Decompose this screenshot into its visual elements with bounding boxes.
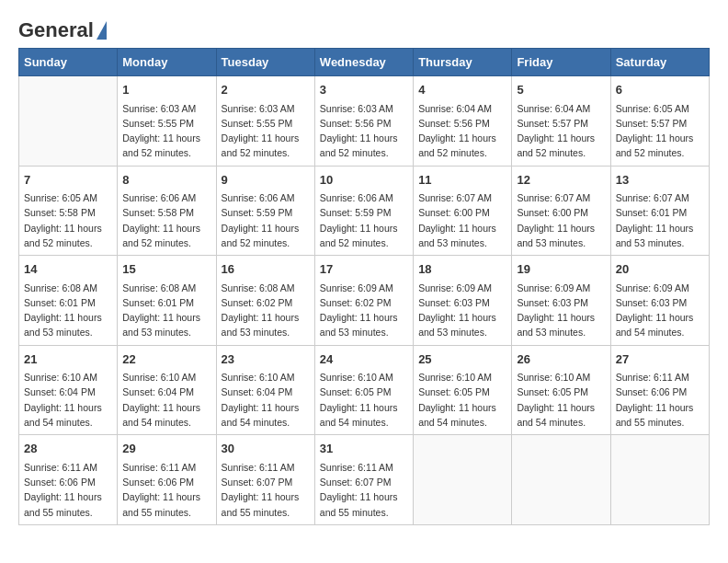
day-number: 20: [616, 260, 704, 279]
week-row-1: 1Sunrise: 6:03 AM Sunset: 5:55 PM Daylig…: [19, 76, 710, 167]
day-info: Sunrise: 6:07 AM Sunset: 6:00 PM Dayligh…: [418, 190, 506, 250]
day-info: Sunrise: 6:05 AM Sunset: 5:58 PM Dayligh…: [24, 190, 112, 250]
day-info: Sunrise: 6:09 AM Sunset: 6:03 PM Dayligh…: [418, 281, 506, 340]
day-info: Sunrise: 6:07 AM Sunset: 6:00 PM Dayligh…: [517, 190, 605, 250]
day-number: 25: [418, 350, 506, 369]
day-info: Sunrise: 6:11 AM Sunset: 6:06 PM Dayligh…: [122, 460, 210, 520]
day-number: 6: [616, 81, 704, 99]
header-day-thursday: Thursday: [414, 49, 512, 76]
calendar-cell: 17Sunrise: 6:09 AM Sunset: 6:02 PM Dayli…: [314, 256, 413, 346]
day-info: Sunrise: 6:04 AM Sunset: 5:56 PM Dayligh…: [418, 101, 506, 161]
day-number: 18: [418, 260, 506, 279]
calendar-cell: 1Sunrise: 6:03 AM Sunset: 5:55 PM Daylig…: [118, 76, 216, 167]
logo-general: General: [18, 18, 94, 42]
day-number: 7: [24, 171, 112, 190]
header-day-tuesday: Tuesday: [216, 49, 314, 76]
day-info: Sunrise: 6:09 AM Sunset: 6:03 PM Dayligh…: [616, 281, 704, 340]
calendar-cell: 6Sunrise: 6:05 AM Sunset: 5:57 PM Daylig…: [610, 76, 709, 167]
week-row-4: 21Sunrise: 6:10 AM Sunset: 6:04 PM Dayli…: [19, 345, 710, 435]
day-info: Sunrise: 6:11 AM Sunset: 6:07 PM Dayligh…: [320, 460, 408, 520]
calendar-cell: 22Sunrise: 6:10 AM Sunset: 6:04 PM Dayli…: [118, 345, 216, 435]
day-number: 13: [616, 171, 704, 190]
calendar-table: SundayMondayTuesdayWednesdayThursdayFrid…: [18, 48, 710, 525]
day-info: Sunrise: 6:10 AM Sunset: 6:04 PM Dayligh…: [122, 370, 210, 430]
calendar-cell: 29Sunrise: 6:11 AM Sunset: 6:06 PM Dayli…: [118, 435, 216, 525]
day-number: 19: [517, 260, 605, 279]
day-info: Sunrise: 6:08 AM Sunset: 6:01 PM Dayligh…: [122, 281, 210, 340]
day-info: Sunrise: 6:06 AM Sunset: 5:58 PM Dayligh…: [122, 190, 210, 250]
calendar-cell: [19, 76, 118, 167]
day-info: Sunrise: 6:03 AM Sunset: 5:55 PM Dayligh…: [222, 101, 310, 161]
calendar-cell: [512, 435, 610, 525]
day-number: 8: [122, 171, 210, 190]
day-info: Sunrise: 6:08 AM Sunset: 6:01 PM Dayligh…: [24, 281, 112, 340]
day-info: Sunrise: 6:09 AM Sunset: 6:02 PM Dayligh…: [320, 281, 408, 340]
day-info: Sunrise: 6:11 AM Sunset: 6:06 PM Dayligh…: [24, 460, 112, 520]
header-day-saturday: Saturday: [610, 49, 709, 76]
page-header: General: [18, 18, 710, 39]
day-info: Sunrise: 6:10 AM Sunset: 6:05 PM Dayligh…: [418, 370, 506, 430]
calendar-cell: 3Sunrise: 6:03 AM Sunset: 5:56 PM Daylig…: [314, 76, 413, 167]
day-info: Sunrise: 6:11 AM Sunset: 6:07 PM Dayligh…: [222, 460, 310, 520]
calendar-cell: 18Sunrise: 6:09 AM Sunset: 6:03 PM Dayli…: [414, 256, 512, 346]
calendar-cell: 16Sunrise: 6:08 AM Sunset: 6:02 PM Dayli…: [216, 256, 314, 346]
day-info: Sunrise: 6:08 AM Sunset: 6:02 PM Dayligh…: [222, 281, 310, 340]
day-info: Sunrise: 6:03 AM Sunset: 5:55 PM Dayligh…: [122, 101, 210, 161]
day-number: 16: [222, 260, 310, 279]
header-day-sunday: Sunday: [19, 49, 118, 76]
day-number: 4: [418, 81, 506, 99]
day-number: 2: [222, 81, 310, 99]
day-number: 28: [24, 440, 112, 458]
day-number: 17: [320, 260, 408, 279]
day-info: Sunrise: 6:04 AM Sunset: 5:57 PM Dayligh…: [517, 101, 605, 161]
day-number: 12: [517, 171, 605, 190]
calendar-cell: [414, 435, 512, 525]
calendar-cell: [610, 435, 709, 525]
day-number: 15: [122, 260, 210, 279]
day-info: Sunrise: 6:05 AM Sunset: 5:57 PM Dayligh…: [616, 101, 704, 161]
calendar-body: 1Sunrise: 6:03 AM Sunset: 5:55 PM Daylig…: [19, 76, 710, 525]
day-info: Sunrise: 6:09 AM Sunset: 6:03 PM Dayligh…: [517, 281, 605, 340]
calendar-cell: 10Sunrise: 6:06 AM Sunset: 5:59 PM Dayli…: [314, 166, 413, 256]
day-number: 21: [24, 350, 112, 369]
calendar-cell: 5Sunrise: 6:04 AM Sunset: 5:57 PM Daylig…: [512, 76, 610, 167]
logo-icon: [97, 21, 107, 40]
day-number: 10: [320, 171, 408, 190]
calendar-cell: 4Sunrise: 6:04 AM Sunset: 5:56 PM Daylig…: [414, 76, 512, 167]
day-info: Sunrise: 6:10 AM Sunset: 6:05 PM Dayligh…: [320, 370, 408, 430]
header-day-wednesday: Wednesday: [314, 49, 413, 76]
day-number: 23: [222, 350, 310, 369]
calendar-cell: 27Sunrise: 6:11 AM Sunset: 6:06 PM Dayli…: [610, 345, 709, 435]
calendar-cell: 26Sunrise: 6:10 AM Sunset: 6:05 PM Dayli…: [512, 345, 610, 435]
calendar-cell: 24Sunrise: 6:10 AM Sunset: 6:05 PM Dayli…: [314, 345, 413, 435]
calendar-cell: 14Sunrise: 6:08 AM Sunset: 6:01 PM Dayli…: [19, 256, 118, 346]
calendar-cell: 28Sunrise: 6:11 AM Sunset: 6:06 PM Dayli…: [19, 435, 118, 525]
day-number: 1: [122, 81, 210, 99]
calendar-cell: 12Sunrise: 6:07 AM Sunset: 6:00 PM Dayli…: [512, 166, 610, 256]
calendar-cell: 19Sunrise: 6:09 AM Sunset: 6:03 PM Dayli…: [512, 256, 610, 346]
calendar-header: SundayMondayTuesdayWednesdayThursdayFrid…: [19, 49, 710, 76]
calendar-cell: 23Sunrise: 6:10 AM Sunset: 6:04 PM Dayli…: [216, 345, 314, 435]
day-number: 5: [517, 81, 605, 99]
day-number: 14: [24, 260, 112, 279]
day-number: 27: [616, 350, 704, 369]
calendar-cell: 15Sunrise: 6:08 AM Sunset: 6:01 PM Dayli…: [118, 256, 216, 346]
day-info: Sunrise: 6:11 AM Sunset: 6:06 PM Dayligh…: [616, 370, 704, 430]
calendar-cell: 8Sunrise: 6:06 AM Sunset: 5:58 PM Daylig…: [118, 166, 216, 256]
day-number: 24: [320, 350, 408, 369]
day-number: 30: [222, 440, 310, 458]
calendar-cell: 21Sunrise: 6:10 AM Sunset: 6:04 PM Dayli…: [19, 345, 118, 435]
calendar-cell: 31Sunrise: 6:11 AM Sunset: 6:07 PM Dayli…: [314, 435, 413, 525]
day-info: Sunrise: 6:10 AM Sunset: 6:04 PM Dayligh…: [222, 370, 310, 430]
calendar-cell: 20Sunrise: 6:09 AM Sunset: 6:03 PM Dayli…: [610, 256, 709, 346]
day-number: 29: [122, 440, 210, 458]
day-info: Sunrise: 6:03 AM Sunset: 5:56 PM Dayligh…: [320, 101, 408, 161]
calendar-cell: 7Sunrise: 6:05 AM Sunset: 5:58 PM Daylig…: [19, 166, 118, 256]
calendar-cell: 30Sunrise: 6:11 AM Sunset: 6:07 PM Dayli…: [216, 435, 314, 525]
day-number: 22: [122, 350, 210, 369]
header-day-monday: Monday: [118, 49, 216, 76]
week-row-5: 28Sunrise: 6:11 AM Sunset: 6:06 PM Dayli…: [19, 435, 710, 525]
calendar-cell: 13Sunrise: 6:07 AM Sunset: 6:01 PM Dayli…: [610, 166, 709, 256]
day-info: Sunrise: 6:10 AM Sunset: 6:05 PM Dayligh…: [517, 370, 605, 430]
week-row-2: 7Sunrise: 6:05 AM Sunset: 5:58 PM Daylig…: [19, 166, 710, 256]
